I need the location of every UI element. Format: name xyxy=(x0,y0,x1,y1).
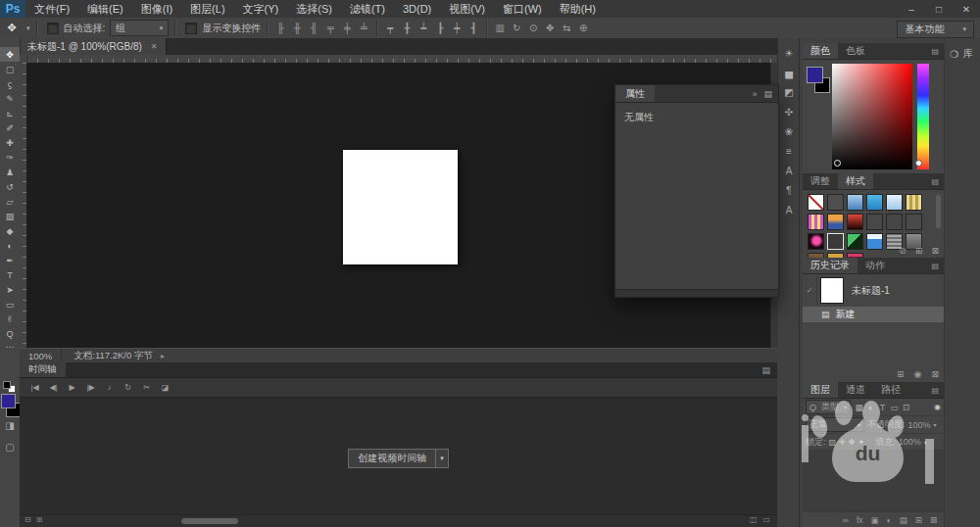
delete-style-icon[interactable]: ⊠ xyxy=(931,246,939,256)
tab-properties[interactable]: 属性 xyxy=(615,85,655,102)
quick-mask-icon[interactable]: ◨ xyxy=(5,420,14,431)
path-selection-tool[interactable]: ➤ xyxy=(0,282,20,297)
libraries-panel-tab[interactable]: ❍ 库 xyxy=(945,38,980,70)
layer-style-icon[interactable]: fx xyxy=(857,515,863,525)
timeline-scrollbar[interactable] xyxy=(181,518,238,524)
menu-item[interactable]: 视图(V) xyxy=(440,0,494,18)
zoom-tool[interactable]: Q xyxy=(0,326,20,341)
tab-timeline[interactable]: 时间轴 xyxy=(20,362,66,377)
new-document-from-state-icon[interactable]: ⊞ xyxy=(897,369,905,379)
align-vertical-centers-icon[interactable]: ╪ xyxy=(340,21,354,35)
new-layer-icon[interactable]: ⊞ xyxy=(915,515,922,525)
style-swatch[interactable] xyxy=(906,214,922,230)
style-swatch[interactable] xyxy=(866,194,883,211)
tab-swatches[interactable]: 色板 xyxy=(838,43,873,59)
clone-stamp-tool[interactable]: ♟ xyxy=(0,165,20,179)
opacity-value[interactable]: 100% xyxy=(908,420,931,430)
dodge-tool[interactable]: ◐ xyxy=(0,238,20,253)
first-frame-button[interactable]: |◀ xyxy=(26,380,43,395)
eyedropper-tool[interactable]: ✐ xyxy=(0,120,20,135)
new-style-icon[interactable]: ⊞ xyxy=(915,246,923,256)
color-picker-marker[interactable] xyxy=(834,160,841,167)
hue-slider-marker[interactable] xyxy=(915,160,922,167)
hand-tool[interactable]: ✌ xyxy=(0,311,20,326)
show-transform-checkbox[interactable] xyxy=(185,23,197,34)
menu-item[interactable]: 滤镜(T) xyxy=(341,0,394,18)
sliders-icon[interactable]: ≡ xyxy=(781,145,797,158)
3d-rotate-icon[interactable]: ↻ xyxy=(510,21,523,35)
quick-selection-tool[interactable]: ✎ xyxy=(0,91,20,106)
style-swatch[interactable] xyxy=(827,214,844,230)
distribute-left-edges-icon[interactable]: ┠ xyxy=(433,21,447,35)
style-swatch[interactable] xyxy=(827,194,844,211)
prev-frame-button[interactable]: ◀| xyxy=(45,380,62,395)
eraser-tool[interactable]: ▱ xyxy=(0,194,20,209)
distribute-bottom-edges-icon[interactable]: ┷ xyxy=(416,21,430,35)
3d-scale-icon[interactable]: ⊕ xyxy=(576,21,590,35)
zoom-level-field[interactable]: 100% xyxy=(20,349,62,363)
healing-brush-tool[interactable]: ✚ xyxy=(0,135,20,150)
distribute-horizontal-centers-icon[interactable]: ┿ xyxy=(450,21,464,35)
create-video-timeline-button[interactable]: 创建视频时间轴 ▾ xyxy=(348,449,449,468)
3d-slide-icon[interactable]: ⇆ xyxy=(560,21,573,35)
brush-tool[interactable]: ✑ xyxy=(0,150,20,165)
fill-value[interactable]: 100% xyxy=(899,437,921,447)
menu-item[interactable]: 图像(I) xyxy=(132,0,181,18)
3d-drag-icon[interactable]: ✥ xyxy=(543,21,557,35)
blend-mode-dropdown[interactable]: 正常 ▾ xyxy=(806,417,864,432)
status-expander-icon[interactable]: ▸ xyxy=(161,352,165,360)
adjustments-panel-icon[interactable]: ☀ xyxy=(781,47,797,60)
foreground-color-swatch[interactable] xyxy=(807,67,823,83)
timeline-zoom-out-icon[interactable]: ⊟ xyxy=(24,515,31,524)
align-bottom-edges-icon[interactable]: ╧ xyxy=(357,21,370,35)
style-swatch[interactable] xyxy=(906,194,922,211)
histogram-panel-icon[interactable]: ▅ xyxy=(781,67,797,79)
tab-history[interactable]: 历史记录 xyxy=(803,258,858,273)
tab-layers[interactable]: 图层 xyxy=(803,382,838,398)
style-swatch[interactable] xyxy=(847,214,863,230)
play-button[interactable]: ▶ xyxy=(64,380,80,395)
crop-tool[interactable]: ⊾ xyxy=(0,106,20,120)
style-swatch-selected[interactable] xyxy=(827,233,844,250)
clear-style-icon[interactable]: ⊘ xyxy=(899,246,906,256)
tab-styles[interactable]: 样式 xyxy=(838,173,873,189)
filter-type-layers-icon[interactable]: T xyxy=(877,403,888,412)
layer-list[interactable] xyxy=(803,451,944,515)
default-colors-icon[interactable] xyxy=(3,381,11,389)
filter-pixel-layers-icon[interactable]: ▦ xyxy=(854,403,864,412)
tab-color[interactable]: 颜色 xyxy=(803,43,838,59)
curves-icon[interactable]: ✣ xyxy=(781,106,797,119)
distribute-right-edges-icon[interactable]: ┨ xyxy=(466,21,480,35)
style-swatch[interactable] xyxy=(866,214,883,230)
maximize-button[interactable]: □ xyxy=(925,0,953,18)
character-panel-icon[interactable]: A xyxy=(781,165,797,177)
styles-scrollbar[interactable] xyxy=(936,195,941,228)
move-tool-icon[interactable]: ✥ xyxy=(0,22,24,34)
tab-paths[interactable]: 路径 xyxy=(873,382,908,398)
auto-align-layers-icon[interactable]: ▥ xyxy=(493,21,507,35)
next-frame-button[interactable]: |▶ xyxy=(82,380,99,395)
timeline-zoom-in-icon[interactable]: ⊞ xyxy=(36,515,43,524)
workspace-switcher-button[interactable]: 基本功能 ▾ xyxy=(897,21,974,38)
chevron-down-icon[interactable]: ▾ xyxy=(435,450,448,467)
glyphs-panel-icon[interactable]: A xyxy=(781,204,797,216)
close-document-icon[interactable]: ✕ xyxy=(151,42,158,51)
distribute-vertical-centers-icon[interactable]: ╂ xyxy=(400,21,414,35)
collapse-panel-icon[interactable]: » xyxy=(752,89,757,99)
filter-shape-layers-icon[interactable]: ▭ xyxy=(889,403,900,412)
split-button[interactable]: ✂ xyxy=(138,380,155,395)
timeline-flatten-icon[interactable]: ▭ xyxy=(762,515,770,524)
menu-item[interactable]: 文件(F) xyxy=(25,0,78,18)
lock-all-icon[interactable]: ✦ xyxy=(858,438,864,447)
panel-menu-icon[interactable]: ▤ xyxy=(763,89,772,99)
menu-item[interactable]: 图层(L) xyxy=(181,0,233,18)
panel-menu-icon[interactable]: ▤ xyxy=(761,362,777,377)
delete-layer-icon[interactable]: ⊠ xyxy=(930,515,937,525)
style-no-style[interactable] xyxy=(808,194,824,211)
levels-icon[interactable]: ◩ xyxy=(781,86,797,99)
align-horizontal-centers-icon[interactable]: ╫ xyxy=(290,21,304,35)
loop-button[interactable]: ↻ xyxy=(120,380,136,395)
paragraph-panel-icon[interactable]: ¶ xyxy=(781,184,797,197)
lasso-tool[interactable]: ϛ xyxy=(0,76,20,91)
menu-item[interactable]: 文字(Y) xyxy=(234,0,288,18)
